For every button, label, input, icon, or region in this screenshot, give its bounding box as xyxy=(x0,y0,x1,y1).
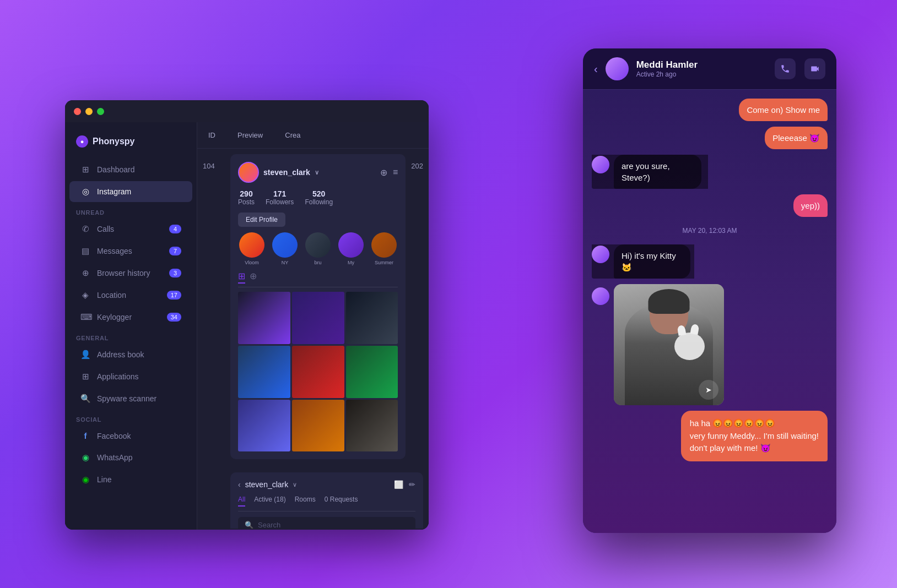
contact-status: Active 2h ago xyxy=(636,70,767,78)
instagram-icon: ◎ xyxy=(80,187,90,197)
posts-label: Posts xyxy=(238,198,255,206)
title-bar xyxy=(65,100,429,122)
call-button[interactable] xyxy=(775,58,796,79)
sidebar-item-calls[interactable]: ✆ Calls 4 xyxy=(69,219,192,239)
messages-icon: ▤ xyxy=(80,246,90,256)
applications-icon: ⊞ xyxy=(80,372,90,382)
sidebar-item-spyware-scanner[interactable]: 🔍 Spyware scanner xyxy=(69,388,192,409)
highlight-summer: Summer xyxy=(370,232,398,265)
grid-item-2[interactable] xyxy=(292,292,344,344)
col-id: ID xyxy=(208,131,215,139)
grid-item-6[interactable] xyxy=(346,346,398,398)
chat-video-icon[interactable]: ⬜ xyxy=(394,480,403,489)
sidebar-item-facebook[interactable]: f Facebook xyxy=(69,426,192,446)
msg-avatar xyxy=(592,246,609,263)
insta-avatar xyxy=(238,162,259,183)
grid-item-3[interactable] xyxy=(346,292,398,344)
highlight-label: Summer xyxy=(370,260,398,265)
contact-name: Meddi Hamler xyxy=(636,59,767,70)
highlight-circle xyxy=(305,232,331,258)
sidebar-item-whatsapp[interactable]: ◉ WhatsApp xyxy=(69,447,192,468)
instagram-username: steven_clark xyxy=(263,168,310,177)
insta-user: steven_clark ∨ xyxy=(238,162,319,183)
sidebar-item-label: Applications xyxy=(97,372,139,381)
tab-rooms[interactable]: Rooms xyxy=(295,496,316,507)
chat-compose-icon[interactable]: ✏ xyxy=(409,480,415,489)
row-date: 202 xyxy=(411,154,423,170)
contact-avatar xyxy=(606,57,629,80)
highlights: Vloom NY bru xyxy=(238,232,398,265)
browser-icon: ⊕ xyxy=(80,268,90,278)
list-view-icon[interactable]: ⊕ xyxy=(250,271,257,284)
sidebar-item-label: Address book xyxy=(97,350,144,359)
add-icon[interactable]: ⊕ xyxy=(380,167,387,178)
following-stat: 520 Following xyxy=(305,189,333,206)
maximize-button[interactable] xyxy=(97,108,104,115)
grid-view-icon[interactable]: ⊞ xyxy=(238,271,245,284)
sidebar-item-label: Line xyxy=(97,475,111,484)
section-social-label: SOCIAL xyxy=(65,410,197,425)
timestamp-1: MAY 20, 12:03 AM xyxy=(592,227,828,235)
instagram-profile-card: steven_clark ∨ ⊕ ≡ 290 Posts xyxy=(230,154,406,459)
message-image: ➤ xyxy=(592,284,724,405)
back-button[interactable]: ‹ xyxy=(594,63,598,75)
msg-text: Hi) it's my Kitty🐱 xyxy=(614,244,690,279)
grid-item-4[interactable] xyxy=(238,346,290,398)
highlight-bru: bru xyxy=(304,232,332,265)
location-badge: 17 xyxy=(167,291,181,300)
message-3: are you sure, Steve?) xyxy=(592,155,708,189)
phone-actions xyxy=(775,58,825,79)
spyware-icon: 🔍 xyxy=(80,394,90,404)
following-label: Following xyxy=(305,198,333,206)
sidebar-item-label: Facebook xyxy=(97,432,131,440)
facebook-icon: f xyxy=(80,431,90,440)
sidebar-item-applications[interactable]: ⊞ Applications xyxy=(69,366,192,387)
sidebar-item-browser-history[interactable]: ⊕ Browser history 3 xyxy=(69,263,192,284)
message-long: ha ha 😡😡😡😡😡😡 very funny Meddy... I'm sti… xyxy=(681,411,828,461)
sidebar-item-address-book[interactable]: 👤 Address book xyxy=(69,344,192,365)
phone-messages: Come on) Show me Pleeease 😈 are you sure… xyxy=(583,90,836,533)
section-general-label: GENERAL xyxy=(65,328,197,344)
instagram-grid xyxy=(238,292,398,451)
grid-item-5[interactable] xyxy=(292,346,344,398)
chat-image[interactable]: ➤ xyxy=(614,284,724,405)
whatsapp-icon: ◉ xyxy=(80,453,90,462)
sidebar-item-label: Keylogger xyxy=(97,313,132,322)
msg-avatar xyxy=(592,287,609,305)
sidebar: ● Phonyspy ⊞ Dashboard ◎ Instagram UNREA… xyxy=(65,122,197,530)
sidebar-item-instagram[interactable]: ◎ Instagram xyxy=(69,181,192,202)
sidebar-item-label: Dashboard xyxy=(97,165,135,174)
sidebar-item-location[interactable]: ◈ Location 17 xyxy=(69,285,192,306)
chat-back-icon[interactable]: ‹ xyxy=(238,480,241,489)
minimize-button[interactable] xyxy=(85,108,93,115)
sidebar-item-messages[interactable]: ▤ Messages 7 xyxy=(69,241,192,262)
send-image-button[interactable]: ➤ xyxy=(699,380,718,400)
highlight-label: bru xyxy=(304,260,332,265)
chat-search[interactable]: 🔍 Search xyxy=(238,517,415,529)
grid-item-7[interactable] xyxy=(238,400,290,452)
video-button[interactable] xyxy=(804,58,825,79)
chat-username: steven_clark xyxy=(245,480,289,489)
tab-requests[interactable]: 0 Requests xyxy=(325,496,358,507)
calls-badge: 4 xyxy=(169,225,181,233)
contact-info: Meddi Hamler Active 2h ago xyxy=(636,59,767,78)
tab-all[interactable]: All xyxy=(238,496,245,507)
sidebar-item-keylogger[interactable]: ⌨ Keylogger 34 xyxy=(69,307,192,328)
menu-icon[interactable]: ≡ xyxy=(393,167,398,178)
grid-item-1[interactable] xyxy=(238,292,290,344)
sidebar-item-dashboard[interactable]: ⊞ Dashboard xyxy=(69,159,192,180)
message-2: Pleeease 😈 xyxy=(765,127,828,149)
sidebar-item-label: Spyware scanner xyxy=(97,394,156,403)
grid-item-9[interactable] xyxy=(346,400,398,452)
message-5: Hi) it's my Kitty🐱 xyxy=(592,244,694,279)
content-header: ID Preview Crea xyxy=(197,122,429,149)
close-button[interactable] xyxy=(74,108,81,115)
sidebar-item-line[interactable]: ◉ Line xyxy=(69,469,192,490)
sidebar-item-label: Instagram xyxy=(97,187,131,196)
grid-item-8[interactable] xyxy=(292,400,344,452)
tab-active[interactable]: Active (18) xyxy=(254,496,285,507)
posts-count: 290 xyxy=(238,189,255,198)
desktop-app: ● Phonyspy ⊞ Dashboard ◎ Instagram UNREA… xyxy=(65,100,429,530)
logo-icon: ● xyxy=(76,135,88,148)
edit-profile-button[interactable]: Edit Profile xyxy=(238,213,285,227)
